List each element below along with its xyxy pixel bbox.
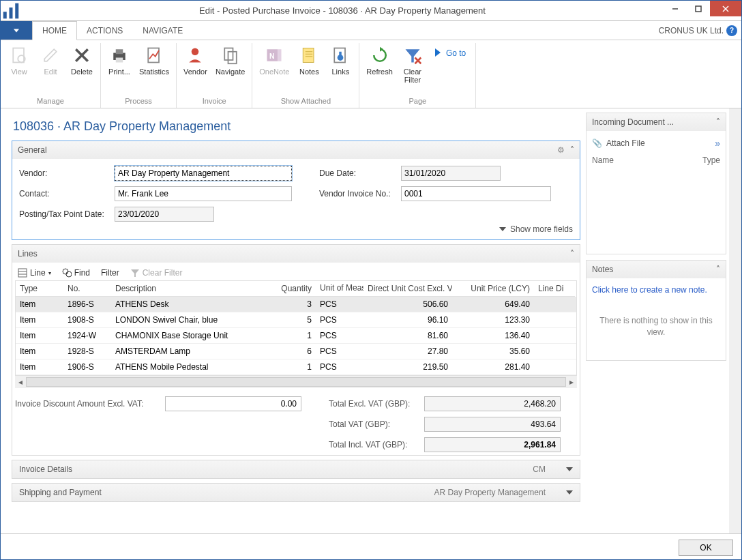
- vendor-invoice-field[interactable]: [401, 186, 551, 201]
- svg-marker-34: [435, 48, 441, 57]
- statistics-button[interactable]: Statistics: [135, 43, 173, 95]
- svg-marker-42: [566, 467, 573, 471]
- label-posting: Posting/Tax Point Date:: [19, 209, 115, 219]
- col-uom[interactable]: Unit of Measur...: [316, 281, 363, 297]
- view-button: View: [3, 43, 35, 95]
- svg-rect-4: [696, 6, 701, 12]
- col-desc[interactable]: Description: [111, 281, 268, 297]
- total-incl-field: [424, 437, 561, 452]
- svg-rect-14: [116, 49, 123, 54]
- chevron-up-icon[interactable]: ˄: [570, 249, 574, 259]
- svg-rect-2: [15, 3, 18, 18]
- fasttab-lines-header[interactable]: Lines ˄: [12, 245, 580, 263]
- navigate-icon: [220, 44, 241, 66]
- label-due: Due Date:: [319, 168, 401, 178]
- maximize-button[interactable]: [687, 1, 710, 16]
- vertical-scrollbar[interactable]: [729, 108, 741, 533]
- col-no[interactable]: No.: [63, 281, 111, 297]
- minimize-button[interactable]: [664, 1, 687, 16]
- gear-icon[interactable]: ⚙: [557, 145, 565, 155]
- filter-icon: [402, 44, 424, 66]
- create-note-link[interactable]: Click here to create a new note.: [592, 282, 720, 297]
- paperclip-icon: 📎: [592, 138, 602, 148]
- svg-rect-21: [278, 49, 282, 61]
- due-date-field[interactable]: [401, 166, 501, 181]
- contact-field[interactable]: [115, 186, 292, 201]
- vendor-field[interactable]: [115, 166, 292, 181]
- goto-button[interactable]: Go to: [428, 43, 473, 95]
- tab-home[interactable]: HOME: [32, 21, 77, 40]
- link-icon: [329, 44, 351, 66]
- links-button[interactable]: Links: [325, 43, 356, 95]
- svg-marker-10: [44, 49, 57, 61]
- help-icon[interactable]: ?: [726, 25, 737, 36]
- table-row[interactable]: Item1896-SATHENS Desk3PCS506.60649.40: [16, 297, 576, 312]
- label-vendinv: Vendor Invoice No.:: [319, 189, 401, 198]
- table-row[interactable]: Item1906-SATHENS Mobile Pedestal1PCS219.…: [16, 359, 576, 375]
- filter-button[interactable]: Filter: [101, 268, 119, 278]
- svg-marker-41: [131, 269, 139, 277]
- footer: OK: [1, 533, 741, 560]
- tab-actions[interactable]: ACTIONS: [77, 21, 133, 40]
- svg-marker-35: [499, 227, 506, 231]
- notes-button[interactable]: Notes: [293, 43, 325, 95]
- incoming-doc-header[interactable]: Incoming Document ...˄: [587, 113, 726, 131]
- vendor-button[interactable]: Vendor: [179, 43, 211, 95]
- label-contact: Contact:: [19, 189, 115, 198]
- onenote-button: N OneNote: [255, 43, 293, 95]
- total-vat-field: [424, 417, 561, 432]
- svg-point-40: [66, 271, 72, 277]
- page-title: 108036 · AR Day Property Management: [12, 117, 580, 141]
- line-menu[interactable]: Line ▾: [18, 268, 51, 278]
- app-icon: [1, 1, 21, 21]
- col-type: Type: [659, 156, 720, 165]
- fasttab-invoice-details[interactable]: Invoice Details CM: [12, 460, 580, 479]
- svg-rect-36: [18, 269, 27, 277]
- file-menu[interactable]: [1, 21, 32, 40]
- titlebar: Edit - Posted Purchase Invoice - 108036 …: [1, 1, 741, 21]
- label-excl: Total Excl. VAT (GBP):: [329, 399, 424, 409]
- note-icon: [298, 44, 320, 66]
- ribbon: View Edit Delete Manage Print... Statist…: [1, 40, 741, 108]
- close-button[interactable]: [710, 1, 741, 16]
- fasttab-shipping[interactable]: Shipping and Payment AR Day Property Man…: [12, 483, 580, 502]
- tab-navigate[interactable]: NAVIGATE: [133, 21, 193, 40]
- discount-field[interactable]: [165, 396, 301, 411]
- label-disc: Invoice Discount Amount Excl. VAT:: [15, 399, 165, 409]
- svg-rect-1: [10, 8, 13, 18]
- col-type[interactable]: Type: [16, 281, 63, 297]
- posting-date-field[interactable]: [115, 207, 214, 222]
- col-name: Name: [592, 156, 653, 165]
- table-row[interactable]: Item1908-SLONDON Swivel Chair, blue5PCS9…: [16, 312, 576, 328]
- refresh-icon: [369, 44, 391, 66]
- pencil-icon: [40, 44, 61, 66]
- fasttab-general-header[interactable]: General ⚙ ˄: [12, 141, 580, 159]
- find-button[interactable]: Find: [62, 268, 90, 278]
- svg-rect-29: [340, 52, 342, 57]
- view-icon: [8, 44, 30, 66]
- delete-button[interactable]: Delete: [66, 43, 98, 95]
- table-row[interactable]: Item1924-WCHAMONIX Base Storage Unit1PCS…: [16, 328, 576, 344]
- navigate-button[interactable]: Navigate: [211, 43, 249, 95]
- attach-file[interactable]: 📎 Attach File »: [592, 135, 720, 151]
- onenote-icon: N: [263, 44, 285, 66]
- label-vendor: Vendor:: [19, 168, 115, 178]
- print-button[interactable]: Print...: [104, 43, 135, 95]
- ribbon-tabs: HOME ACTIONS NAVIGATE CRONUS UK Ltd. ?: [1, 21, 741, 40]
- ok-button[interactable]: OK: [679, 540, 733, 556]
- col-up[interactable]: Unit Price (LCY): [452, 281, 534, 297]
- notes-header[interactable]: Notes˄: [587, 261, 726, 278]
- chart-icon: [143, 44, 165, 66]
- col-qty[interactable]: Quantity: [268, 281, 316, 297]
- col-duc[interactable]: Direct Unit Cost Excl. VAT: [363, 281, 452, 297]
- show-more-fields[interactable]: Show more fields: [19, 222, 573, 234]
- chevron-up-icon[interactable]: ˄: [570, 145, 574, 155]
- svg-marker-7: [14, 29, 19, 32]
- svg-rect-15: [116, 58, 123, 63]
- clear-filter-button[interactable]: Clear Filter: [397, 43, 428, 95]
- horizontal-scrollbar[interactable]: ◂▸: [15, 376, 577, 388]
- svg-point-39: [63, 269, 68, 274]
- refresh-button[interactable]: Refresh: [362, 43, 397, 95]
- table-row[interactable]: Item1928-SAMSTERDAM Lamp6PCS27.8035.60: [16, 344, 576, 359]
- col-lda[interactable]: Line Di: [534, 281, 575, 297]
